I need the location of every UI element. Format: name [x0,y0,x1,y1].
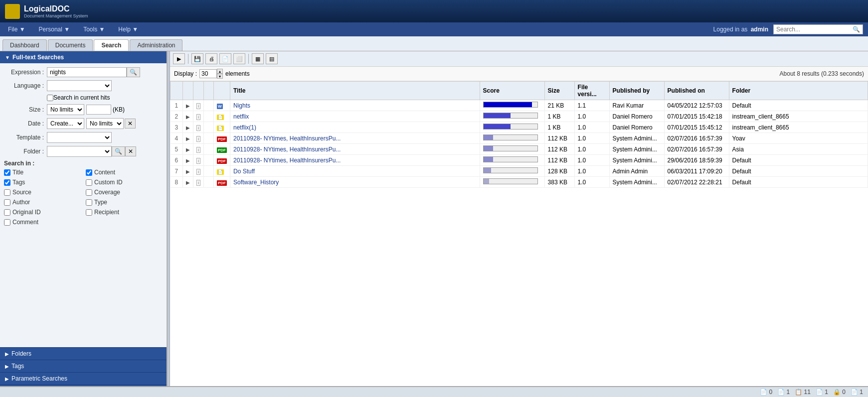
cell-expand[interactable]: ▶ [183,100,193,111]
search-in-current-checkbox[interactable] [47,95,53,101]
template-select[interactable] [47,132,112,143]
folder-search-button[interactable]: 🔍 [112,146,125,156]
col-score[interactable]: Score [480,82,544,100]
cell-expand[interactable]: ▶ [183,122,193,133]
cell-title[interactable]: 20110928- NYtimes, HealthInsurersPu... [230,144,480,155]
folders-section[interactable]: ▶ Folders [0,347,167,360]
cell-title[interactable]: 20110928- NYtimes, HealthInsurersPu... [230,133,480,144]
col-size[interactable]: Size [544,82,574,100]
toolbar-view-button[interactable]: ⬜ [233,53,245,64]
folder-clear-button[interactable]: ✕ [125,146,136,156]
cell-info[interactable]: i [193,155,204,166]
checkbox-content[interactable] [86,169,92,176]
cell-info[interactable]: i [193,111,204,122]
col-folder[interactable]: Folder [729,82,868,100]
cell-info[interactable]: i [193,144,204,155]
col-title[interactable]: Title [230,82,480,100]
display-count-down[interactable]: ▼ [217,74,223,79]
logo-area: LogicalDOC Document Management System [5,4,88,19]
toolbar-print-button[interactable]: 🖨 [205,53,217,64]
row-expand-button[interactable]: ▶ [186,147,190,152]
cell-info[interactable]: i [193,177,204,188]
checkbox-source[interactable] [4,189,10,196]
table-row[interactable]: 1 ▶ i W Nights 21 KB 1.1 Ravi Kumar 04/0… [171,100,868,111]
checkbox-custom-id[interactable] [86,179,92,186]
full-text-section-header[interactable]: ▼ Full-text Searches [0,51,167,63]
cell-title[interactable]: Do Stuff [230,166,480,177]
cell-title[interactable]: netflix [230,111,480,122]
tab-administration[interactable]: Administration [130,39,182,51]
cell-expand[interactable]: ▶ [183,133,193,144]
language-select[interactable] [47,80,112,91]
row-expand-button[interactable]: ▶ [186,103,190,109]
col-published-on[interactable]: Published on [664,82,729,100]
header-right: Logged in as admin 🔍 [713,24,863,34]
table-row[interactable]: 2 ▶ i 📄 netflix 1 KB 1.0 Daniel Romero 0… [171,111,868,122]
row-expand-button[interactable]: ▶ [186,136,190,141]
row-expand-button[interactable]: ▶ [186,114,190,120]
row-expand-button[interactable]: ▶ [186,169,190,174]
toolbar-list-button[interactable]: ▤ [266,53,278,64]
row-expand-button[interactable]: ▶ [186,180,190,185]
tab-dashboard[interactable]: Dashboard [2,39,47,51]
cell-info[interactable]: i [193,122,204,133]
cell-info[interactable]: i [193,100,204,111]
toolbar-sep-2 [248,54,249,64]
cell-info[interactable]: i [193,133,204,144]
table-row[interactable]: 3 ▶ i 📄 netflix(1) 1 KB 1.0 Daniel Romer… [171,122,868,133]
table-row[interactable]: 4 ▶ i PDF 20110928- NYtimes, HealthInsur… [171,133,868,144]
expression-search-button[interactable]: 🔍 [127,67,140,77]
checkbox-original-id[interactable] [4,209,10,216]
checkbox-type[interactable] [86,199,92,206]
table-row[interactable]: 8 ▶ i PDF Software_History 383 KB 1.0 Sy… [171,177,868,188]
checkbox-recipient[interactable] [86,209,92,216]
date-range-select[interactable]: No limits [86,118,124,129]
size-select[interactable]: No limits [47,104,84,115]
cell-expand[interactable]: ▶ [183,144,193,155]
toolbar-save-button[interactable]: 💾 [191,53,203,64]
menu-personal[interactable]: Personal ▼ [36,25,73,34]
toolbar-grid-button[interactable]: ▦ [252,53,264,64]
table-row[interactable]: 6 ▶ i PDF 20110928- NYtimes, HealthInsur… [171,155,868,166]
checkbox-author[interactable] [4,199,10,206]
toolbar-play-button[interactable]: ▶ [173,53,185,64]
tab-documents[interactable]: Documents [48,39,93,51]
row-expand-button[interactable]: ▶ [186,158,190,163]
cell-expand[interactable]: ▶ [183,166,193,177]
cell-title[interactable]: Nights [230,100,480,111]
menu-tools[interactable]: Tools ▼ [80,25,108,34]
folder-select[interactable] [47,146,112,157]
cell-expand[interactable]: ▶ [183,155,193,166]
global-search-input[interactable] [776,26,853,33]
global-search-box[interactable]: 🔍 [773,24,863,34]
tab-search[interactable]: Search [94,39,129,51]
parametric-section[interactable]: ▶ Parametric Searches [0,372,167,385]
table-row[interactable]: 7 ▶ i 📄 Do Stuff 128 KB 1.0 Admin Admin … [171,166,868,177]
menu-file[interactable]: File ▼ [5,25,28,34]
display-count-input[interactable] [199,69,217,78]
toolbar-export-button[interactable]: 📄 [219,53,231,64]
date-select[interactable]: Create... [47,118,84,129]
table-row[interactable]: 5 ▶ i PDF 20110928- NYtimes, HealthInsur… [171,144,868,155]
cell-info[interactable]: i [193,166,204,177]
expression-input[interactable] [47,67,127,77]
tags-section[interactable]: ▶ Tags [0,360,167,372]
checkbox-comment[interactable] [4,219,10,226]
checkbox-title[interactable] [4,169,10,176]
col-published-by[interactable]: Published by [609,82,664,100]
menu-help[interactable]: Help ▼ [115,25,141,34]
cell-expand[interactable]: ▶ [183,111,193,122]
cell-title[interactable]: 20110928- NYtimes, HealthInsurersPu... [230,155,480,166]
cell-title[interactable]: Software_History [230,177,480,188]
checkbox-coverage[interactable] [86,189,92,196]
row-expand-button[interactable]: ▶ [186,125,190,131]
col-version[interactable]: File versi... [574,82,609,100]
size-value-input[interactable] [86,105,111,115]
cell-title[interactable]: netflix(1) [230,122,480,133]
date-search-button[interactable]: ✕ [125,119,136,129]
display-count-up[interactable]: ▲ [217,69,223,74]
checkbox-tags[interactable] [4,179,10,186]
cell-folder: Default [729,100,868,111]
tags-arrow-icon: ▶ [5,364,9,369]
cell-expand[interactable]: ▶ [183,177,193,188]
